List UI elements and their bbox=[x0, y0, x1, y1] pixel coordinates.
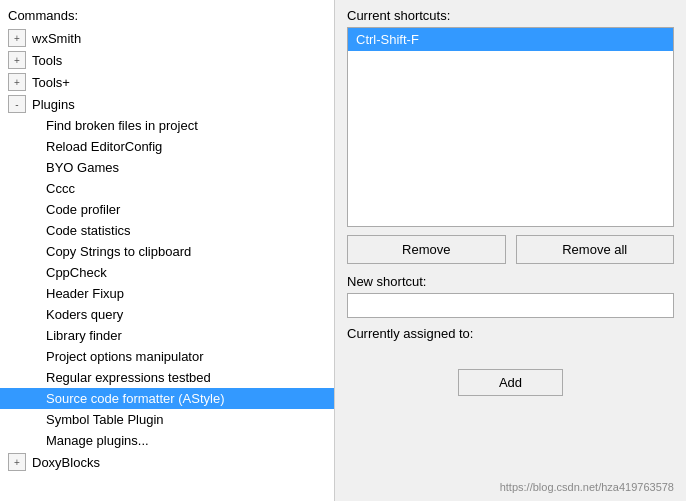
remove-button[interactable]: Remove bbox=[347, 235, 506, 264]
tree-label-cccc: Cccc bbox=[42, 180, 334, 197]
assigned-label: Currently assigned to: bbox=[347, 326, 674, 341]
current-shortcuts-label: Current shortcuts: bbox=[347, 8, 674, 23]
tree-label-koders-query: Koders query bbox=[42, 306, 334, 323]
tree-label-code-profiler: Code profiler bbox=[42, 201, 334, 218]
tree-item-library-finder[interactable]: Library finder bbox=[0, 325, 334, 346]
tree-label-doxyblocks: DoxyBlocks bbox=[28, 454, 334, 471]
tree-item-copy-strings[interactable]: Copy Strings to clipboard bbox=[0, 241, 334, 262]
tree-label-library-finder: Library finder bbox=[42, 327, 334, 344]
tree-item-find-broken[interactable]: Find broken files in project bbox=[0, 115, 334, 136]
tree-item-symbol-table[interactable]: Symbol Table Plugin bbox=[0, 409, 334, 430]
tree-item-regex-testbed[interactable]: Regular expressions testbed bbox=[0, 367, 334, 388]
url-hint: https://blog.csdn.net/hza419763578 bbox=[347, 477, 674, 493]
expander-tools[interactable]: + bbox=[8, 51, 26, 69]
tree-label-code-statistics: Code statistics bbox=[42, 222, 334, 239]
tree-label-copy-strings: Copy Strings to clipboard bbox=[42, 243, 334, 260]
shortcut-item-ctrl-shift-f[interactable]: Ctrl-Shift-F bbox=[348, 28, 673, 51]
tree-label-regex-testbed: Regular expressions testbed bbox=[42, 369, 334, 386]
tree-item-cccc[interactable]: Cccc bbox=[0, 178, 334, 199]
tree-label-cppcheck: CppCheck bbox=[42, 264, 334, 281]
shortcuts-list: Ctrl-Shift-F bbox=[347, 27, 674, 227]
tree-item-project-options[interactable]: Project options manipulator bbox=[0, 346, 334, 367]
main-container: Commands: +wxSmith+Tools+Tools+-PluginsF… bbox=[0, 0, 686, 501]
tree-item-code-statistics[interactable]: Code statistics bbox=[0, 220, 334, 241]
tree-item-manage-plugins[interactable]: Manage plugins... bbox=[0, 430, 334, 451]
expander-toolsplus[interactable]: + bbox=[8, 73, 26, 91]
tree-label-toolsplus: Tools+ bbox=[28, 74, 334, 91]
commands-header: Commands: bbox=[0, 4, 334, 27]
tree-label-wxsmith: wxSmith bbox=[28, 30, 334, 47]
tree-item-header-fixup[interactable]: Header Fixup bbox=[0, 283, 334, 304]
tree-item-wxsmith[interactable]: +wxSmith bbox=[0, 27, 334, 49]
assigned-value bbox=[347, 345, 674, 361]
tree-item-toolsplus[interactable]: +Tools+ bbox=[0, 71, 334, 93]
tree-item-code-profiler[interactable]: Code profiler bbox=[0, 199, 334, 220]
tree-label-manage-plugins: Manage plugins... bbox=[42, 432, 334, 449]
new-shortcut-label: New shortcut: bbox=[347, 274, 674, 289]
tree-label-source-formatter: Source code formatter (AStyle) bbox=[42, 390, 334, 407]
tree-item-source-formatter[interactable]: Source code formatter (AStyle) bbox=[0, 388, 334, 409]
tree-label-find-broken: Find broken files in project bbox=[42, 117, 334, 134]
add-btn-row: Add bbox=[347, 369, 674, 396]
tree-item-koders-query[interactable]: Koders query bbox=[0, 304, 334, 325]
tree-item-reload-editor[interactable]: Reload EditorConfig bbox=[0, 136, 334, 157]
new-shortcut-input[interactable] bbox=[347, 293, 674, 318]
tree-label-plugins: Plugins bbox=[28, 96, 334, 113]
tree-container: +wxSmith+Tools+Tools+-PluginsFind broken… bbox=[0, 27, 334, 473]
buttons-row: Remove Remove all bbox=[347, 235, 674, 264]
add-button[interactable]: Add bbox=[458, 369, 563, 396]
remove-all-button[interactable]: Remove all bbox=[516, 235, 675, 264]
tree-item-plugins[interactable]: -Plugins bbox=[0, 93, 334, 115]
tree-item-doxyblocks[interactable]: +DoxyBlocks bbox=[0, 451, 334, 473]
left-panel: Commands: +wxSmith+Tools+Tools+-PluginsF… bbox=[0, 0, 335, 501]
expander-wxsmith[interactable]: + bbox=[8, 29, 26, 47]
tree-item-tools[interactable]: +Tools bbox=[0, 49, 334, 71]
right-panel: Current shortcuts: Ctrl-Shift-F Remove R… bbox=[335, 0, 686, 501]
tree-label-reload-editor: Reload EditorConfig bbox=[42, 138, 334, 155]
tree-item-byo-games[interactable]: BYO Games bbox=[0, 157, 334, 178]
tree-item-cppcheck[interactable]: CppCheck bbox=[0, 262, 334, 283]
expander-doxyblocks[interactable]: + bbox=[8, 453, 26, 471]
expander-plugins[interactable]: - bbox=[8, 95, 26, 113]
tree-label-tools: Tools bbox=[28, 52, 334, 69]
tree-label-project-options: Project options manipulator bbox=[42, 348, 334, 365]
tree-label-byo-games: BYO Games bbox=[42, 159, 334, 176]
tree-label-symbol-table: Symbol Table Plugin bbox=[42, 411, 334, 428]
tree-label-header-fixup: Header Fixup bbox=[42, 285, 334, 302]
